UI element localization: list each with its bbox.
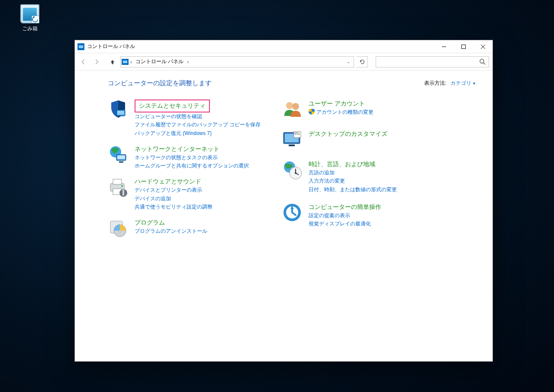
- svg-point-18: [292, 103, 299, 110]
- address-dropdown-icon[interactable]: ⌄: [344, 59, 353, 64]
- nav-forward-button[interactable]: [91, 57, 102, 67]
- category-appearance: デスクトップのカスタマイズ: [282, 129, 438, 150]
- svg-point-11: [121, 185, 123, 187]
- category-title-ease-of-access[interactable]: コンピューターの簡単操作: [309, 203, 381, 212]
- svg-rect-21: [289, 145, 295, 146]
- link-settings-suggestions[interactable]: 設定の提案の表示: [309, 212, 381, 220]
- category-title-programs[interactable]: プログラム: [135, 218, 207, 227]
- content-area: コンピューターの設定を調整します 表示方法: カテゴリ▾ システムとセキュリティ: [75, 71, 493, 361]
- category-user-accounts: ユーザー アカウント アカウントの種類の変更: [282, 99, 438, 119]
- category-ease-of-access: コンピューターの簡単操作 設定の提案の表示 視覚ディスプレイの最適化: [282, 202, 438, 228]
- chevron-right-icon[interactable]: ›: [186, 59, 190, 65]
- svg-rect-25: [297, 132, 298, 133]
- svg-rect-0: [461, 45, 465, 48]
- svg-rect-24: [296, 132, 297, 133]
- link-uninstall-program[interactable]: プログラムのアンインストール: [135, 227, 207, 236]
- link-devices-printers[interactable]: デバイスとプリンターの表示: [135, 186, 213, 195]
- view-by-label: 表示方法:: [424, 80, 446, 86]
- view-by-dropdown[interactable]: カテゴリ▾: [451, 80, 475, 86]
- link-change-account-type[interactable]: アカウントの種類の変更: [309, 108, 374, 117]
- category-title-network[interactable]: ネットワークとインターネット: [135, 145, 249, 154]
- close-button[interactable]: [473, 40, 493, 53]
- refresh-button[interactable]: [357, 56, 368, 67]
- svg-rect-9: [113, 179, 122, 184]
- category-title-clock-region[interactable]: 時計、言語、および地域: [309, 160, 397, 169]
- link-check-computer-status[interactable]: コンピューターの状態を確認: [135, 112, 261, 121]
- recycle-bin-label: ごみ箱: [14, 25, 46, 32]
- svg-rect-28: [296, 134, 297, 135]
- link-change-input-method[interactable]: 入力方法の変更: [309, 177, 397, 186]
- link-backup-restore-win7[interactable]: バックアップと復元 (Windows 7): [135, 129, 261, 138]
- category-clock-language-region: 時計、言語、および地域 言語の追加 入力方法の変更 日付、時刻、または数値の形式…: [282, 159, 438, 194]
- link-mobility-settings[interactable]: 共通で使うモビリティ設定の調整: [135, 203, 213, 212]
- titlebar: コントロール パネル: [75, 40, 493, 53]
- category-title-appearance[interactable]: デスクトップのカスタマイズ: [309, 130, 387, 138]
- category-title-hardware[interactable]: ハードウェアとサウンド: [135, 177, 213, 186]
- navigation-bar: › コントロール パネル › ⌄: [75, 53, 493, 71]
- address-icon: [122, 59, 129, 65]
- search-box[interactable]: [376, 56, 489, 67]
- network-globe-icon: [108, 144, 129, 165]
- link-date-time-number-format[interactable]: 日付、時刻、または数値の形式の変更: [309, 186, 397, 194]
- shield-monitor-icon: [108, 99, 129, 119]
- link-add-language[interactable]: 言語の追加: [309, 169, 397, 177]
- view-by: 表示方法: カテゴリ▾: [424, 80, 475, 87]
- ease-of-access-icon: [282, 202, 303, 223]
- svg-rect-13: [122, 190, 124, 196]
- address-bar[interactable]: › コントロール パネル › ⌄: [120, 56, 354, 67]
- svg-rect-7: [119, 161, 123, 163]
- programs-disc-icon: [108, 218, 129, 238]
- link-file-history-backup[interactable]: ファイル履歴でファイルのバックアップ コピーを保存: [135, 121, 261, 129]
- recycle-bin[interactable]: ごみ箱: [14, 4, 46, 32]
- svg-point-33: [295, 172, 296, 174]
- recycle-bin-icon: [20, 4, 39, 23]
- nav-back-button[interactable]: [78, 57, 89, 67]
- chevron-right-icon[interactable]: ›: [129, 59, 133, 65]
- svg-rect-30: [299, 134, 300, 135]
- category-title-user-accounts[interactable]: ユーザー アカウント: [309, 100, 374, 108]
- link-add-device[interactable]: デバイスの追加: [135, 195, 213, 203]
- svg-rect-23: [295, 132, 296, 133]
- category-title-system-security[interactable]: システムとセキュリティ: [135, 100, 210, 112]
- uac-shield-icon: [309, 109, 315, 115]
- svg-rect-3: [117, 111, 124, 115]
- minimize-button[interactable]: [434, 40, 454, 53]
- link-homegroup-sharing[interactable]: ホームグループと共有に関するオプションの選択: [135, 162, 249, 170]
- link-network-status[interactable]: ネットワークの状態とタスクの表示: [135, 154, 249, 162]
- printer-hardware-icon: [108, 177, 129, 197]
- control-panel-icon: [77, 43, 84, 50]
- nav-up-button[interactable]: [107, 57, 118, 67]
- svg-rect-26: [299, 132, 300, 133]
- clock-globe-icon: [282, 159, 303, 180]
- svg-point-17: [286, 102, 293, 109]
- breadcrumb-root[interactable]: コントロール パネル: [134, 57, 185, 66]
- category-system-security: システムとセキュリティ コンピューターの状態を確認 ファイル履歴でファイルのバッ…: [108, 99, 281, 138]
- link-optimize-visual-display[interactable]: 視覚ディスプレイの最適化: [309, 220, 381, 228]
- svg-rect-6: [117, 155, 125, 159]
- search-input[interactable]: [379, 58, 479, 65]
- svg-point-1: [480, 59, 484, 63]
- maximize-button[interactable]: [454, 40, 473, 53]
- control-panel-window: コントロール パネル › コントロール パネル › ⌄: [74, 40, 493, 362]
- appearance-monitor-icon: [282, 129, 303, 150]
- category-network-internet: ネットワークとインターネット ネットワークの状態とタスクの表示 ホームグループと…: [108, 144, 281, 170]
- adjust-settings-heading: コンピューターの設定を調整します: [108, 79, 212, 87]
- window-title: コントロール パネル: [87, 43, 135, 50]
- category-programs: プログラム プログラムのアンインストール: [108, 218, 281, 238]
- search-icon[interactable]: [479, 58, 486, 65]
- user-accounts-icon: [282, 99, 303, 119]
- svg-rect-29: [297, 134, 298, 135]
- svg-rect-27: [295, 134, 296, 135]
- category-hardware-sound: ハードウェアとサウンド デバイスとプリンターの表示 デバイスの追加 共通で使うモ…: [108, 177, 281, 212]
